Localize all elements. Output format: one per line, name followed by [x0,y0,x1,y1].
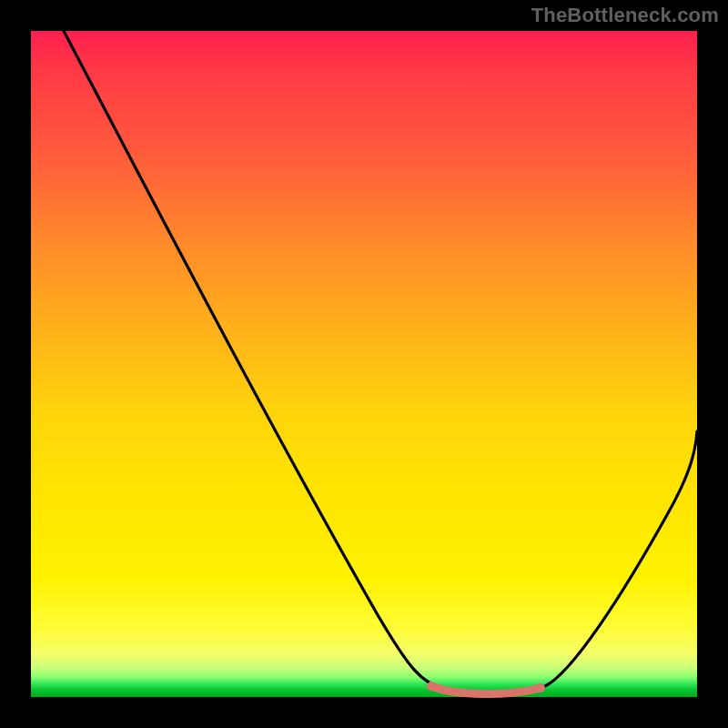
curve-overlay [31,31,697,697]
highlight-dot-right [536,683,545,693]
highlight-dot-left [427,682,436,691]
chart-stage: TheBottleneck.com [0,0,728,728]
highlight-segment [431,686,541,694]
attribution-text: TheBottleneck.com [531,4,719,27]
bottleneck-curve [64,31,697,694]
